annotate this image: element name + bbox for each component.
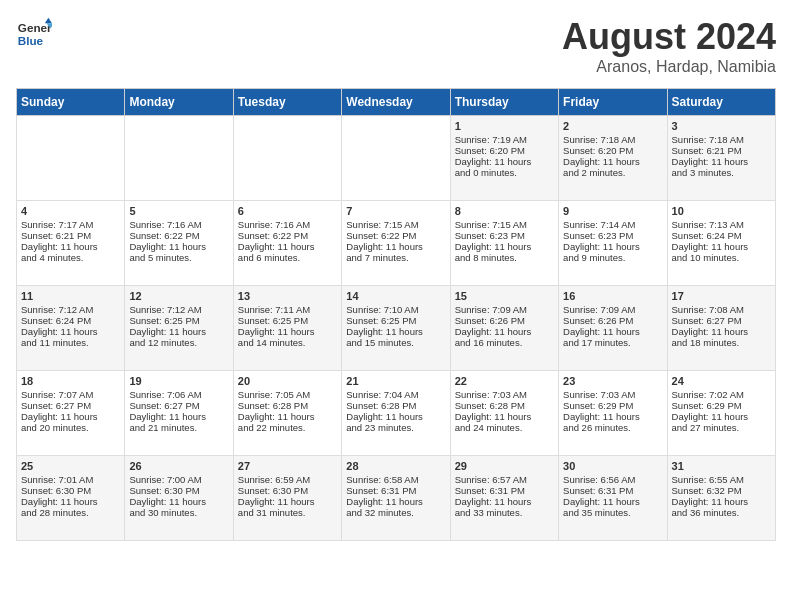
day-number: 19	[129, 375, 228, 387]
day-content: Sunset: 6:28 PM	[455, 400, 554, 411]
day-content: and 10 minutes.	[672, 252, 771, 263]
day-content: Sunset: 6:24 PM	[21, 315, 120, 326]
day-content: Sunset: 6:30 PM	[238, 485, 337, 496]
day-content: Sunset: 6:24 PM	[672, 230, 771, 241]
day-content: Sunset: 6:30 PM	[21, 485, 120, 496]
column-header-sunday: Sunday	[17, 89, 125, 116]
day-number: 7	[346, 205, 445, 217]
day-content: and 23 minutes.	[346, 422, 445, 433]
day-content: Sunset: 6:23 PM	[455, 230, 554, 241]
day-content: Daylight: 11 hours	[129, 241, 228, 252]
day-content: Daylight: 11 hours	[455, 156, 554, 167]
calendar-cell: 13Sunrise: 7:11 AMSunset: 6:25 PMDayligh…	[233, 286, 341, 371]
day-content: and 2 minutes.	[563, 167, 662, 178]
column-header-tuesday: Tuesday	[233, 89, 341, 116]
day-content: and 5 minutes.	[129, 252, 228, 263]
day-content: Daylight: 11 hours	[21, 496, 120, 507]
calendar-cell: 1Sunrise: 7:19 AMSunset: 6:20 PMDaylight…	[450, 116, 558, 201]
day-content: Sunrise: 7:16 AM	[129, 219, 228, 230]
day-content: Sunset: 6:29 PM	[672, 400, 771, 411]
day-number: 5	[129, 205, 228, 217]
calendar-cell	[342, 116, 450, 201]
calendar-cell: 9Sunrise: 7:14 AMSunset: 6:23 PMDaylight…	[559, 201, 667, 286]
day-content: Daylight: 11 hours	[672, 241, 771, 252]
page-header: General Blue August 2024 Aranos, Hardap,…	[16, 16, 776, 76]
day-content: Sunrise: 7:05 AM	[238, 389, 337, 400]
day-content: Daylight: 11 hours	[672, 411, 771, 422]
day-content: Sunset: 6:25 PM	[129, 315, 228, 326]
day-content: Daylight: 11 hours	[672, 156, 771, 167]
calendar-cell: 21Sunrise: 7:04 AMSunset: 6:28 PMDayligh…	[342, 371, 450, 456]
day-number: 11	[21, 290, 120, 302]
calendar-cell: 10Sunrise: 7:13 AMSunset: 6:24 PMDayligh…	[667, 201, 775, 286]
calendar-cell	[125, 116, 233, 201]
day-content: Sunset: 6:22 PM	[129, 230, 228, 241]
week-row-4: 18Sunrise: 7:07 AMSunset: 6:27 PMDayligh…	[17, 371, 776, 456]
day-content: Daylight: 11 hours	[563, 496, 662, 507]
day-content: and 16 minutes.	[455, 337, 554, 348]
day-content: Sunset: 6:31 PM	[563, 485, 662, 496]
day-content: Sunset: 6:21 PM	[672, 145, 771, 156]
day-number: 17	[672, 290, 771, 302]
day-content: Sunrise: 7:07 AM	[21, 389, 120, 400]
day-content: Sunset: 6:20 PM	[563, 145, 662, 156]
day-content: Daylight: 11 hours	[563, 326, 662, 337]
column-header-monday: Monday	[125, 89, 233, 116]
day-content: Sunset: 6:20 PM	[455, 145, 554, 156]
calendar-cell	[233, 116, 341, 201]
column-header-wednesday: Wednesday	[342, 89, 450, 116]
day-content: Sunrise: 7:12 AM	[129, 304, 228, 315]
calendar-cell: 23Sunrise: 7:03 AMSunset: 6:29 PMDayligh…	[559, 371, 667, 456]
day-content: Sunrise: 7:00 AM	[129, 474, 228, 485]
calendar-cell: 2Sunrise: 7:18 AMSunset: 6:20 PMDaylight…	[559, 116, 667, 201]
day-content: Sunrise: 7:03 AM	[563, 389, 662, 400]
day-number: 27	[238, 460, 337, 472]
day-content: Sunrise: 7:17 AM	[21, 219, 120, 230]
day-content: Daylight: 11 hours	[346, 241, 445, 252]
header-row: SundayMondayTuesdayWednesdayThursdayFrid…	[17, 89, 776, 116]
day-content: Daylight: 11 hours	[455, 241, 554, 252]
day-content: Daylight: 11 hours	[346, 411, 445, 422]
day-content: Sunset: 6:22 PM	[238, 230, 337, 241]
subtitle: Aranos, Hardap, Namibia	[562, 58, 776, 76]
day-content: Sunset: 6:27 PM	[21, 400, 120, 411]
calendar-cell: 17Sunrise: 7:08 AMSunset: 6:27 PMDayligh…	[667, 286, 775, 371]
calendar-cell: 6Sunrise: 7:16 AMSunset: 6:22 PMDaylight…	[233, 201, 341, 286]
calendar-cell: 18Sunrise: 7:07 AMSunset: 6:27 PMDayligh…	[17, 371, 125, 456]
day-content: Daylight: 11 hours	[21, 241, 120, 252]
calendar-cell: 4Sunrise: 7:17 AMSunset: 6:21 PMDaylight…	[17, 201, 125, 286]
calendar-cell: 30Sunrise: 6:56 AMSunset: 6:31 PMDayligh…	[559, 456, 667, 541]
day-content: and 21 minutes.	[129, 422, 228, 433]
day-number: 25	[21, 460, 120, 472]
day-content: and 30 minutes.	[129, 507, 228, 518]
day-content: and 24 minutes.	[455, 422, 554, 433]
day-content: Sunset: 6:31 PM	[455, 485, 554, 496]
day-content: and 33 minutes.	[455, 507, 554, 518]
day-content: and 20 minutes.	[21, 422, 120, 433]
day-content: Sunset: 6:28 PM	[346, 400, 445, 411]
day-content: Sunset: 6:22 PM	[346, 230, 445, 241]
logo-icon: General Blue	[16, 16, 52, 52]
day-number: 6	[238, 205, 337, 217]
day-content: and 12 minutes.	[129, 337, 228, 348]
day-content: Sunrise: 7:11 AM	[238, 304, 337, 315]
calendar-cell: 14Sunrise: 7:10 AMSunset: 6:25 PMDayligh…	[342, 286, 450, 371]
day-content: Sunset: 6:25 PM	[238, 315, 337, 326]
day-number: 9	[563, 205, 662, 217]
day-content: Sunrise: 7:18 AM	[672, 134, 771, 145]
calendar-cell: 27Sunrise: 6:59 AMSunset: 6:30 PMDayligh…	[233, 456, 341, 541]
day-content: and 28 minutes.	[21, 507, 120, 518]
day-number: 24	[672, 375, 771, 387]
day-content: and 36 minutes.	[672, 507, 771, 518]
day-content: Sunrise: 6:56 AM	[563, 474, 662, 485]
day-number: 29	[455, 460, 554, 472]
day-content: Sunrise: 7:01 AM	[21, 474, 120, 485]
day-content: Sunrise: 7:02 AM	[672, 389, 771, 400]
day-content: Daylight: 11 hours	[563, 411, 662, 422]
day-content: Daylight: 11 hours	[563, 241, 662, 252]
day-number: 10	[672, 205, 771, 217]
day-content: Daylight: 11 hours	[238, 411, 337, 422]
day-content: Sunset: 6:26 PM	[455, 315, 554, 326]
day-number: 26	[129, 460, 228, 472]
day-content: Sunset: 6:29 PM	[563, 400, 662, 411]
